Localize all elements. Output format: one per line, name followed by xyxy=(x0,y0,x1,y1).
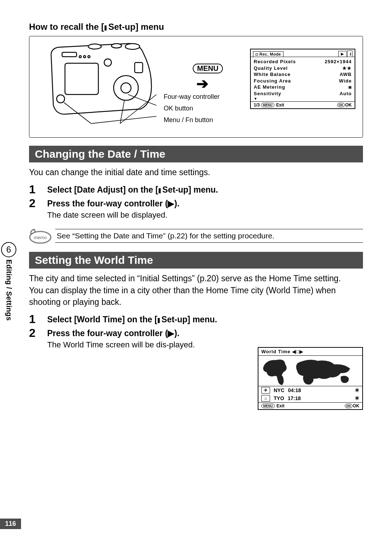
step-number: 1 xyxy=(29,313,37,325)
svg-point-5 xyxy=(88,44,101,49)
section-heading-world: Setting the World Time xyxy=(29,252,363,269)
rec-mode-lcd: ◘ Rec. Mode ▶ II Recorded Pixels2592×194… xyxy=(250,49,355,109)
svg-point-2 xyxy=(121,83,131,93)
page-number: 116 xyxy=(0,519,21,529)
svg-point-12 xyxy=(88,56,90,58)
svg-point-10 xyxy=(79,56,81,58)
label-menu-fn: Menu / Fn button xyxy=(164,114,220,126)
step-1-date: Select [Date Adjust] on the [II Set-up] … xyxy=(47,184,218,195)
world-p1: The city and time selected in “Initial S… xyxy=(29,273,363,285)
step-2-date-sub: The date screen will be displayed. xyxy=(47,210,363,220)
world-row-dest: ✈ NYC 04:18 ☀ xyxy=(258,386,362,394)
button-labels: Four-way controller OK button Menu / Fn … xyxy=(164,91,220,126)
chapter-label: Editing / Settings xyxy=(5,259,13,321)
side-chapter-tab: 6 Editing / Settings xyxy=(0,242,17,321)
svg-point-3 xyxy=(57,95,65,103)
menu-button-label: MENU xyxy=(193,64,223,73)
svg-line-16 xyxy=(91,116,156,124)
step-2-world: Press the four-way controller (▶). xyxy=(47,327,179,339)
svg-point-6 xyxy=(111,44,122,48)
memo-text: See “Setting the Date and Time” (p.22) f… xyxy=(55,229,363,243)
sun-icon: ☀ xyxy=(355,395,359,402)
svg-rect-9 xyxy=(135,63,143,73)
section-heading-date: Changing the Date / Time xyxy=(29,146,363,162)
memo-icon: memo xyxy=(29,228,52,244)
world-time-lcd: World Time ◀□▶ ✈ NYC 04:18 ☀ ⌂ TYO 17:18… xyxy=(258,347,363,410)
svg-text:memo: memo xyxy=(34,235,47,240)
svg-rect-8 xyxy=(62,52,77,57)
step-2-date: Press the four-way controller (▶). xyxy=(47,197,179,209)
step-number: 1 xyxy=(29,184,37,195)
step-number: 2 xyxy=(29,327,37,339)
lcd-tab-play-icon: ▶ xyxy=(338,51,347,57)
label-ok: OK button xyxy=(164,102,220,114)
world-lcd-header: World Time ◀□▶ xyxy=(258,348,362,356)
date-intro: You can change the initial date and time… xyxy=(29,167,363,178)
world-row-home: ⌂ TYO 17:18 ☀ xyxy=(258,394,362,402)
step-1-world: Select [World Time] on the [II Set-up] m… xyxy=(47,313,217,325)
svg-point-11 xyxy=(83,56,86,58)
lcd-tab-setup-icon: II xyxy=(347,51,352,57)
label-fourway: Four-way controller xyxy=(164,91,220,102)
page-subtitle: How to recall the [II Set-up] menu xyxy=(29,22,363,32)
camera-back-illustration xyxy=(44,41,156,125)
svg-rect-0 xyxy=(65,63,98,94)
sun-icon: ☀ xyxy=(355,387,359,394)
svg-point-4 xyxy=(104,59,111,66)
recall-procedure-box: MENU ➔ Four-way controller OK button Men… xyxy=(29,36,363,138)
world-p2: You can display the time in a city other… xyxy=(29,285,363,308)
world-map-icon xyxy=(258,356,362,386)
svg-point-7 xyxy=(125,44,140,49)
plane-icon: ✈ xyxy=(261,387,270,394)
chapter-number: 6 xyxy=(1,242,16,257)
arrow-right-icon: ➔ xyxy=(196,76,209,91)
house-icon: ⌂ xyxy=(261,395,270,402)
lcd-tab-rec: ◘ Rec. Mode xyxy=(253,51,283,57)
step-number: 2 xyxy=(29,197,37,209)
